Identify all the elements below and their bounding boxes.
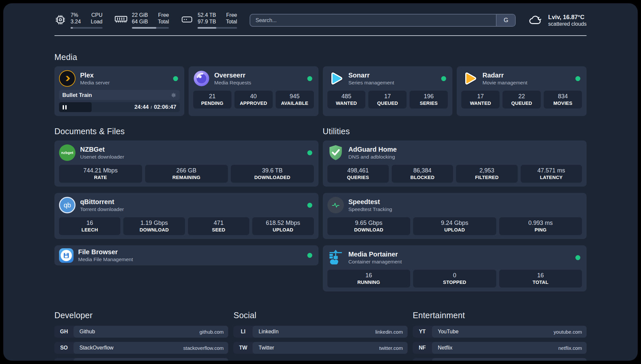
- now-playing-widget: Bullet Train: [59, 90, 180, 112]
- stat-chip: 16 RUNNING: [327, 270, 411, 288]
- bookmark-group-social: Social LI LinkedIn linkedin.com TW Twitt…: [233, 311, 407, 361]
- stat-label: WANTED: [329, 100, 364, 106]
- weather-widget: Lviv, 16.87°C scattered clouds: [528, 14, 587, 27]
- bookmark-reddit[interactable]: RE Reddit reddit.com: [413, 358, 587, 361]
- app-subtitle: Container management: [349, 258, 402, 265]
- status-dot: [575, 255, 580, 260]
- stat-label: SERIES: [411, 100, 446, 106]
- bookmark-netflix[interactable]: NF Netflix netflix.com: [413, 342, 587, 354]
- bookmark-abbr: YT: [413, 326, 432, 338]
- stat-label: PING: [501, 227, 581, 233]
- bookmark-url: youtube.com: [554, 329, 582, 335]
- stat-value: 47.571 ms: [522, 167, 581, 174]
- cpu-widget: 7% CPU 3.24 Load: [54, 12, 103, 29]
- stat-label: WANTED: [463, 100, 498, 106]
- bookmark-url: stackoverflow.com: [183, 345, 224, 351]
- ram-free-label: Free: [158, 12, 169, 18]
- app-card-filebrowser[interactable]: File Browser Media File Management: [54, 245, 319, 265]
- stat-value: 16: [60, 219, 119, 227]
- stat-label: TOTAL: [501, 279, 581, 285]
- player-time: 24:44 / 02:06:47: [135, 104, 176, 110]
- app-name: Media Portainer: [349, 250, 402, 258]
- app-name: NZBGet: [80, 145, 124, 154]
- bookmark-abbr: DT: [54, 358, 74, 361]
- app-card-overseerr[interactable]: Overseerr Media Requests 21 PENDING 40 A…: [189, 66, 319, 116]
- stat-label: QUEUED: [504, 100, 539, 106]
- bookmark-abbr: SO: [54, 342, 74, 354]
- app-card-speedtest[interactable]: Speedtest Speedtest Tracking 9.65 Gbps D…: [323, 193, 587, 239]
- app-card-nzbget[interactable]: nzbget NZBGet Usenet downloader 744.21 M…: [54, 140, 319, 187]
- section-documents: Documents & Files nzbget NZBGet Usenet d…: [54, 127, 319, 291]
- app-name: Radarr: [482, 71, 527, 79]
- stat-label: STOPPED: [414, 279, 495, 285]
- section-title-entertainment: Entertainment: [413, 311, 587, 320]
- weather-condition: scattered clouds: [548, 21, 587, 27]
- stat-value: 0.993 ms: [501, 219, 581, 227]
- stat-value: 17: [463, 92, 498, 100]
- pause-icon[interactable]: [63, 105, 67, 109]
- app-card-adguard[interactable]: AdGuard Home DNS and adblocking 498,461 …: [323, 140, 587, 187]
- bookmark-github[interactable]: GH Github github.com: [54, 326, 228, 338]
- player-settings-icon[interactable]: [171, 92, 176, 98]
- player-duration: 02:06:47: [154, 104, 176, 110]
- stat-chip: 834 MOVIES: [544, 91, 582, 108]
- cpu-load-value: 3.24: [71, 18, 81, 25]
- bookmark-abbr: NF: [413, 342, 432, 354]
- app-subtitle: Series management: [349, 79, 394, 86]
- status-dot: [307, 203, 312, 208]
- bookmark-stackoverflow[interactable]: SO StackOverflow stackoverflow.com: [54, 342, 228, 354]
- stat-chip: 40 APPROVED: [234, 91, 273, 108]
- stat-value: 9.65 Gbps: [329, 219, 409, 227]
- stat-value: 945: [277, 92, 313, 100]
- search-bar: G: [250, 14, 516, 27]
- player-elapsed: 24:44: [135, 104, 149, 110]
- app-card-sonarr[interactable]: Sonarr Series management 485 WANTED 17 Q…: [323, 66, 453, 116]
- app-subtitle: Media File Management: [78, 256, 133, 263]
- bookmark-dev[interactable]: DT DEV dev.to: [54, 358, 228, 361]
- app-name: qBittorrent: [80, 198, 124, 206]
- qbittorrent-icon: qb: [59, 197, 76, 213]
- section-title-media: Media: [54, 52, 587, 62]
- section-title-utilities: Utilities: [323, 127, 587, 136]
- player-time-separator: /: [151, 105, 152, 110]
- app-card-radarr[interactable]: Radarr Movie management 17 WANTED 22 QUE…: [457, 66, 587, 116]
- app-name: Plex: [80, 71, 110, 79]
- disk-total-label: Total: [226, 18, 237, 25]
- bookmark-name: LinkedIn: [259, 329, 279, 335]
- status-dot: [307, 76, 312, 81]
- stat-value: 471: [189, 219, 248, 227]
- app-card-portainer[interactable]: Media Portainer Container management 16 …: [323, 245, 587, 291]
- app-card-qbittorrent[interactable]: qb qBittorrent Torrent downloader 16 LEE…: [54, 193, 319, 239]
- app-subtitle: Speedtest Tracking: [349, 206, 392, 213]
- ram-total-label: Total: [158, 18, 169, 25]
- ram-icon: [114, 14, 128, 24]
- bookmark-twitter[interactable]: TW Twitter twitter.com: [233, 342, 407, 354]
- top-bar: 7% CPU 3.24 Load: [54, 12, 587, 29]
- ram-free-value: 22 GiB: [132, 12, 148, 18]
- dashboard: 7% CPU 3.24 Load: [3, 3, 638, 361]
- app-card-plex[interactable]: Plex Media server Bullet Train: [54, 66, 184, 116]
- stat-chip: 16 LEECH: [59, 217, 120, 235]
- stat-value: 16: [501, 271, 581, 279]
- stat-chip: 86,384 BLOCKED: [392, 165, 453, 183]
- player-progress-fill: [59, 102, 92, 112]
- status-dot: [307, 150, 312, 155]
- app-name: AdGuard Home: [349, 145, 397, 154]
- weather-location: Lviv, 16.87°C: [548, 14, 587, 21]
- app-name: File Browser: [78, 248, 133, 256]
- search-input[interactable]: [250, 15, 496, 26]
- bookmark-youtube[interactable]: YT YouTube youtube.com: [413, 326, 587, 338]
- bookmark-name: YouTube: [438, 329, 459, 335]
- search-provider-button[interactable]: G: [496, 15, 515, 26]
- app-name: Sonarr: [349, 71, 394, 79]
- stat-chip: 471 SEED: [188, 217, 249, 235]
- bookmark-linkedin[interactable]: LI LinkedIn linkedin.com: [233, 326, 407, 338]
- app-subtitle: Torrent downloader: [80, 206, 124, 213]
- status-dot: [307, 253, 312, 258]
- stat-label: REMAINING: [146, 174, 227, 180]
- stat-value: 498,461: [329, 167, 387, 174]
- disk-icon: [181, 14, 193, 25]
- stat-label: DOWNLOAD: [125, 227, 183, 233]
- stat-value: 744.21 Mbps: [60, 167, 141, 174]
- stat-chip: 266 GB REMAINING: [145, 165, 228, 183]
